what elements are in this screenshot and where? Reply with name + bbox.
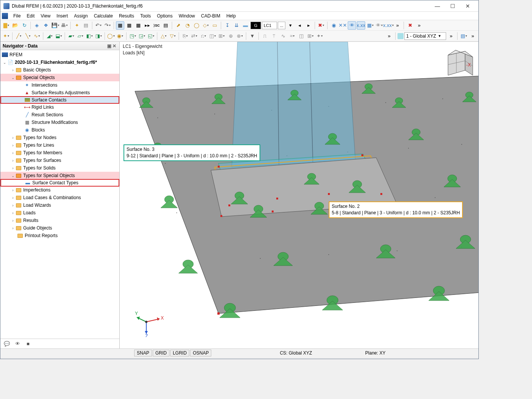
tree-blocks[interactable]: ◉ Blocks — [0, 126, 119, 134]
sel-rect-icon[interactable]: ▭ — [211, 21, 219, 30]
nav-footer-camera-icon[interactable]: ■ — [24, 340, 32, 348]
solid1-icon[interactable]: ◳▾ — [128, 32, 137, 40]
workplane-icon[interactable]: ▧▾ — [459, 32, 468, 40]
navigator-close-icon[interactable]: ✕ — [112, 43, 117, 49]
viewport-3d[interactable]: LC1 - Eigengewicht Loads [kN] Surface No… — [120, 42, 478, 348]
tool6-icon[interactable]: ⊕ — [226, 32, 235, 40]
status-grid[interactable]: GRID — [153, 350, 169, 356]
status-snap[interactable]: SNAP — [134, 350, 152, 356]
display1-icon[interactable]: ◉ — [329, 21, 338, 30]
next-lc-icon[interactable]: ▸ — [304, 21, 313, 30]
navigator-tree[interactable]: RFEM ⌄ 📄 2020-10-13_Flächenkontakt_ferti… — [0, 50, 119, 339]
wireframe-icon[interactable]: ❖ — [42, 21, 50, 30]
script-icon[interactable]: ▸▸ — [143, 21, 152, 30]
nav-footer-eye-icon[interactable]: 👁 — [13, 340, 22, 348]
section3-icon[interactable]: ∿ — [279, 32, 287, 40]
tree-types-special[interactable]: ⌄ Types for Special Objects — [0, 172, 119, 179]
tree-types-members[interactable]: › Types for Members — [0, 149, 119, 157]
tree-types-nodes[interactable]: › Types for Nodes — [0, 134, 119, 141]
section2-icon[interactable]: ⍑ — [270, 32, 278, 40]
menu-options[interactable]: Options — [154, 13, 176, 19]
tree-result-sections[interactable]: ╱ Result Sections — [0, 111, 119, 119]
tree-guide-objects[interactable]: › Guide Objects — [0, 224, 119, 232]
nav-footer-comment-icon[interactable]: 💬 — [3, 340, 11, 348]
load3-icon[interactable]: ▬ — [241, 21, 250, 30]
overflow3-icon[interactable]: » — [385, 32, 393, 40]
line1-icon[interactable]: ╱▾ — [14, 32, 23, 40]
overflow2-icon[interactable]: » — [415, 21, 423, 30]
doc2-icon[interactable]: ▤ — [162, 21, 170, 30]
surface1-icon[interactable]: ▰▾ — [67, 32, 75, 40]
member1-icon[interactable]: ◢▾ — [45, 32, 54, 40]
sel-circle-icon[interactable]: ◯ — [192, 21, 201, 30]
section4-icon[interactable]: ≈▾ — [288, 32, 296, 40]
table3-icon[interactable]: ▦ — [134, 21, 142, 30]
tool1-icon[interactable]: ⎘▾ — [181, 32, 189, 40]
support1-icon[interactable]: △▾ — [159, 32, 168, 40]
node-star-icon[interactable]: ✦▾ — [2, 32, 10, 40]
tree-structure-mods[interactable]: ▦ Structure Modifications — [0, 119, 119, 126]
menu-help[interactable]: Help — [223, 13, 239, 19]
print-icon[interactable]: 🖶▾ — [60, 21, 68, 30]
display4-icon[interactable]: x.xx — [357, 21, 365, 30]
overflow5-icon[interactable]: » — [469, 32, 477, 40]
solid2-icon[interactable]: ◲▾ — [138, 32, 146, 40]
prev-lc-icon[interactable]: ◂ — [295, 21, 304, 30]
line2-icon[interactable]: ╲▾ — [24, 32, 32, 40]
filter-icon[interactable]: ▼ — [248, 32, 256, 40]
opening1-icon[interactable]: ◯▾ — [107, 32, 115, 40]
tool4-icon[interactable]: ◫▾ — [208, 32, 217, 40]
section6-icon[interactable]: ⊞▾ — [306, 32, 315, 40]
tree-types-lines[interactable]: › Types for Lines — [0, 141, 119, 149]
section7-icon[interactable]: ✦▾ — [315, 32, 324, 40]
new-file-icon[interactable]: ▇▾ — [2, 21, 10, 30]
model-canvas[interactable] — [120, 42, 478, 348]
caret-icon[interactable]: ⌄ — [2, 60, 7, 65]
menu-tools[interactable]: Tools — [137, 13, 154, 19]
surface2-icon[interactable]: ▱▾ — [76, 32, 84, 40]
menu-cadbim[interactable]: CAD-BIM — [198, 13, 223, 19]
tool3-icon[interactable]: ⎌▾ — [199, 32, 207, 40]
opening2-icon[interactable]: ◉▾ — [116, 32, 124, 40]
caret-icon[interactable]: › — [10, 68, 16, 72]
display3-icon[interactable]: 👁 — [348, 21, 356, 30]
surface3-icon[interactable]: ◧▾ — [85, 32, 93, 40]
tree-load-wizards[interactable]: › Load Wizards — [0, 201, 119, 209]
load1-icon[interactable]: ↧ — [223, 21, 231, 30]
model-icon[interactable]: ◈ — [33, 21, 41, 30]
navigator-pin-icon[interactable]: ▣ — [106, 43, 112, 49]
display7-icon[interactable]: x.xx▾ — [384, 21, 393, 30]
tree-root-rfem[interactable]: RFEM — [0, 51, 119, 59]
doc-icon[interactable]: ▤ — [82, 21, 90, 30]
coord-system-combo[interactable]: 1 - Global XYZ ▾ — [404, 32, 446, 40]
tree-surface-results-adj[interactable]: ▲ Surface Results Adjustments — [0, 89, 119, 97]
tree-file-node[interactable]: ⌄ 📄 2020-10-13_Flächenkontakt_fertig.rf6… — [0, 59, 119, 66]
menu-results[interactable]: Results — [116, 13, 137, 19]
menu-calculate[interactable]: Calculate — [91, 13, 116, 19]
menu-edit[interactable]: Edit — [24, 13, 38, 19]
display6-icon[interactable]: 👁▾ — [375, 21, 383, 30]
table1-icon[interactable]: ▦ — [116, 21, 124, 30]
status-osnap[interactable]: OSNAP — [190, 350, 211, 356]
support2-icon[interactable]: ▽▾ — [168, 32, 177, 40]
tool2-icon[interactable]: ⇄▾ — [190, 32, 198, 40]
menu-window[interactable]: Window — [176, 13, 198, 19]
loadcase-dropdown[interactable]: ▾ — [286, 21, 294, 30]
sc-icon[interactable]: ⟩SC — [152, 21, 161, 30]
surface4-icon[interactable]: ◨▾ — [94, 32, 103, 40]
redo-icon[interactable]: ↷▾ — [103, 21, 112, 30]
tree-special-objects[interactable]: ⌄ Special Objects — [0, 74, 119, 81]
menu-assign[interactable]: Assign — [71, 13, 91, 19]
save-icon[interactable]: 💾▾ — [51, 21, 59, 30]
status-lgrid[interactable]: LGRID — [170, 350, 190, 356]
tree-types-solids[interactable]: › Types for Solids — [0, 164, 119, 172]
system-menu-icon[interactable] — [2, 13, 8, 19]
menu-view[interactable]: View — [38, 13, 54, 19]
tree-loads[interactable]: › Loads — [0, 209, 119, 217]
add-doc-icon[interactable]: ✦ — [73, 21, 81, 30]
member2-icon[interactable]: ⬓▾ — [54, 32, 63, 40]
line3-icon[interactable]: ∿▾ — [33, 32, 41, 40]
sel-lasso-icon[interactable]: ◔ — [183, 21, 192, 30]
refresh-icon[interactable]: ↻ — [20, 21, 28, 30]
display2-icon[interactable]: ✕✕ — [339, 21, 347, 30]
